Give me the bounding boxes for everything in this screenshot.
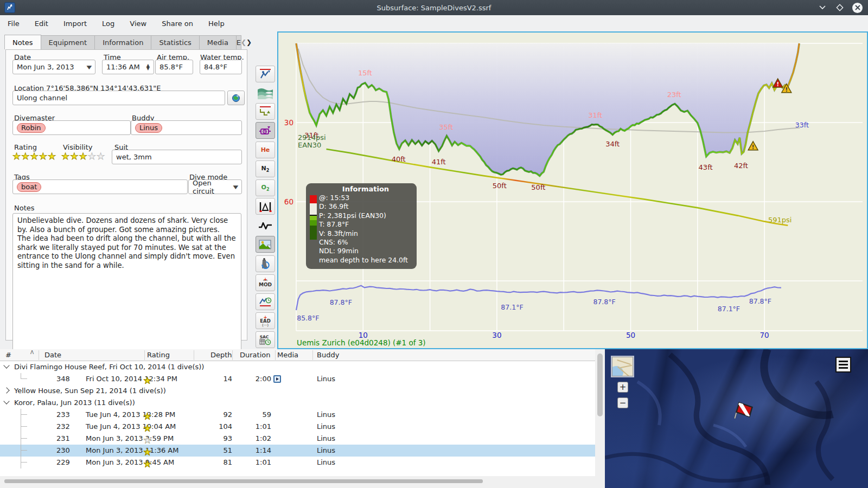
dive-number: 231 [56, 434, 81, 442]
expand-trip-icon[interactable] [3, 387, 9, 393]
column-header-duration[interactable]: Duration [240, 351, 270, 359]
ndl-tts-icon[interactable] [256, 293, 275, 310]
tab-information[interactable]: Information [94, 35, 151, 49]
tissues-icon[interactable] [256, 198, 275, 215]
nitrogen-graph-icon[interactable]: N2 [256, 160, 275, 177]
dive-flag-icon [731, 399, 755, 423]
show-photos-icon[interactable] [256, 236, 275, 253]
dive-row[interactable]: 229Mon Jun 3, 2013 9:45 AM★★★★★811:01Lin… [0, 457, 595, 468]
tag-boat: boat [17, 182, 41, 192]
dive-site-map[interactable]: + − [605, 349, 868, 488]
mod-icon[interactable]: MOD+ [256, 274, 275, 291]
menu-file[interactable]: File [8, 20, 20, 28]
time-field[interactable]: 11:36 AM▲▼ [102, 60, 154, 74]
heart-rate-icon[interactable] [256, 217, 275, 234]
tree-connector-stub [21, 433, 27, 439]
dive-row[interactable]: 232Tue Jun 4, 2013 10:04 AM★★★★★1041:01L… [0, 421, 595, 433]
visibility-star-3[interactable]: ★ [79, 152, 87, 161]
tank-bar-icon[interactable] [256, 255, 275, 272]
column-separator [312, 350, 313, 360]
column-header-date[interactable]: Date [44, 351, 61, 359]
visibility-star-4[interactable]: ★ [88, 152, 96, 161]
ceiling-icon[interactable] [256, 103, 275, 120]
dive-depth: 14 [205, 375, 232, 383]
maximize-button[interactable] [835, 3, 845, 12]
dive-computer-icon[interactable] [256, 66, 275, 82]
close-button[interactable] [852, 3, 863, 13]
dive-duration: 59 [243, 410, 271, 419]
menu-help[interactable]: Help [208, 20, 225, 28]
collapse-trip-icon[interactable] [3, 362, 9, 368]
helium-graph-icon[interactable]: He [256, 142, 275, 158]
map-menu-button[interactable] [835, 357, 851, 373]
spin-arrows-icon[interactable]: ▲▼ [146, 64, 150, 70]
vertical-scrollbar[interactable] [595, 349, 605, 488]
water-temp-field[interactable]: 84.8°F [200, 60, 242, 74]
buddy-field[interactable]: Linus [131, 120, 242, 135]
tags-field[interactable]: boat [12, 179, 188, 194]
rating-star-1[interactable]: ★ [12, 152, 21, 161]
tank-pressure-time-icon[interactable] [256, 122, 275, 139]
sac-icon[interactable]: SAC [256, 331, 275, 348]
suit-field[interactable]: wet, 3mm [112, 150, 242, 164]
dive-row[interactable]: 230Mon Jun 3, 2013 11:36 AM★★★★★511:14Li… [0, 445, 595, 457]
visibility-star-1[interactable]: ★ [61, 152, 69, 161]
profile-info-box: Information @: 15:53D: 36.9ftP: 2,381psi… [306, 183, 417, 269]
map-zoom-in-button[interactable]: + [617, 382, 628, 393]
tab-notes[interactable]: Notes [4, 35, 41, 49]
media-icon[interactable] [273, 375, 281, 383]
tab-media[interactable]: Media [199, 35, 237, 49]
visibility-star-5[interactable]: ★ [97, 152, 105, 161]
dive-row[interactable]: 231Mon Jun 3, 2013 2:59 PM★★★★★931:02Lin… [0, 433, 595, 445]
column-header-depth[interactable]: Depth [210, 351, 232, 359]
tab-equipment[interactable]: Equipment [41, 35, 95, 49]
visibility-stars[interactable]: ★★★★★ [61, 152, 105, 161]
trip-row[interactable]: Yellow House, Sun Sep 21, 2014 (1 dive(s… [0, 385, 595, 397]
svg-text:42ft: 42ft [734, 162, 748, 170]
rating-star-2[interactable]: ★ [21, 152, 29, 161]
oxygen-graph-icon[interactable]: O2 [256, 179, 275, 196]
column-header-media[interactable]: Media [277, 351, 298, 359]
column-header-num[interactable]: # [5, 351, 11, 359]
tab-scroll-right-icon[interactable]: ❯ [246, 35, 252, 49]
minimize-button[interactable] [818, 3, 827, 12]
air-temp-field[interactable]: 85.8°F [155, 60, 193, 74]
collapse-trip-icon[interactable] [3, 398, 9, 404]
notes-tab-content: Date Mon Jun 3, 2013▼ Time 11:36 AM▲▼ Ai… [5, 49, 247, 341]
map-globe-button[interactable] [227, 91, 245, 105]
menu-view[interactable]: View [130, 20, 146, 28]
map-zoom-out-button[interactable]: − [617, 397, 628, 408]
location-field[interactable]: Ulong channel [12, 91, 225, 105]
dive-profile-chart[interactable]: Information @: 15:53D: 36.9ftP: 2,381psi… [277, 31, 868, 349]
divemaster-field[interactable]: Robin [12, 120, 131, 135]
tab-scroll-left-icon[interactable]: ❮ [241, 35, 246, 49]
dive-mode-select[interactable]: Open circuit▼ [188, 179, 242, 194]
rating-star-3[interactable]: ★ [30, 152, 39, 161]
water-waves-icon[interactable] [256, 85, 275, 101]
horizontal-scrollbar[interactable] [0, 476, 595, 488]
trip-row[interactable]: Koror, Palau, Jun 2013 (11 dive(s)) [0, 397, 595, 409]
dive-flag-marker[interactable] [731, 399, 755, 425]
visibility-star-2[interactable]: ★ [70, 152, 78, 161]
svg-text:15ft: 15ft [358, 69, 372, 77]
menu-import[interactable]: Import [63, 20, 87, 28]
rating-stars[interactable]: ★★★★★ [12, 152, 56, 161]
map-type-button[interactable] [612, 357, 633, 376]
rating-star-5[interactable]: ★ [48, 152, 56, 161]
dive-row[interactable]: 348Fri Oct 10, 2014 12:34 PM★★★★★142:00L… [0, 373, 595, 385]
date-field[interactable]: Mon Jun 3, 2013▼ [12, 60, 95, 74]
menu-log[interactable]: Log [102, 20, 114, 28]
water-fill [296, 43, 799, 176]
menu-edit[interactable]: Edit [35, 20, 48, 28]
column-header-rating[interactable]: Rating [147, 351, 170, 359]
menu-share-on[interactable]: Share on [162, 20, 193, 28]
dive-date: Mon Jun 3, 2013 9:45 AM [86, 458, 174, 466]
ead-icon[interactable]: +EAD(···) [256, 312, 275, 329]
sort-ascending-icon[interactable]: ᐱ [30, 350, 34, 355]
tab-statistics[interactable]: Statistics [151, 35, 199, 49]
dive-row[interactable]: 233Tue Jun 4, 2013 12:28 PM★★★★★9259Linu… [0, 409, 595, 421]
column-header-buddy[interactable]: Buddy [317, 351, 339, 359]
rating-star-4[interactable]: ★ [39, 152, 47, 161]
trip-row[interactable]: Divi Flamingo House Reef, Fri Oct 10, 20… [0, 361, 595, 373]
svg-text:60: 60 [284, 197, 293, 206]
